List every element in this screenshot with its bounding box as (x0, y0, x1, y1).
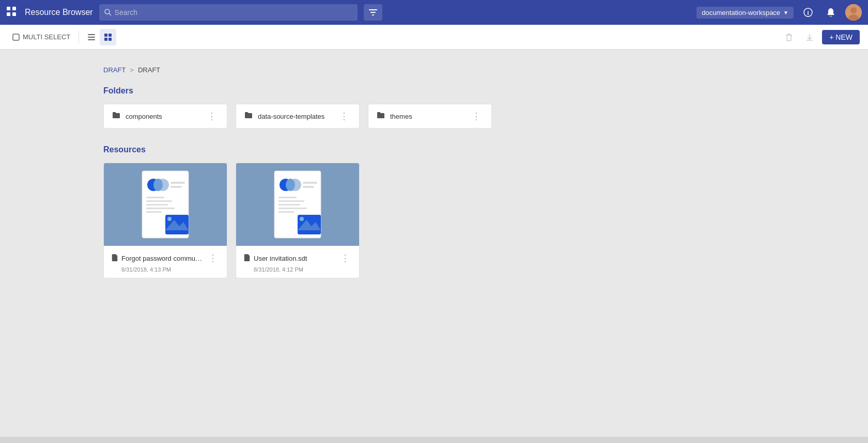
folders-title: Folders (103, 86, 868, 96)
svg-rect-44 (278, 208, 307, 209)
bottom-scrollbar[interactable] (0, 437, 868, 443)
resource-date: 8/31/2018, 4:13 PM (111, 266, 220, 273)
multiselect-button[interactable]: MULTI SELECT (8, 31, 74, 43)
resource-card[interactable]: Forgot password communicat... ⋮ 8/31/201… (103, 163, 227, 278)
avatar-image (845, 4, 862, 21)
toolbar-divider (79, 31, 79, 43)
app-title: Resource Browser (25, 8, 93, 17)
svg-rect-31 (146, 208, 175, 209)
resource-date: 8/31/2018, 4:12 PM (243, 266, 352, 273)
svg-rect-7 (370, 12, 376, 13)
svg-rect-32 (146, 211, 162, 213)
svg-rect-30 (146, 204, 168, 205)
multiselect-icon (12, 34, 20, 41)
delete-button[interactable] (781, 29, 797, 45)
grid-view-button[interactable] (100, 29, 116, 45)
notifications-button[interactable] (823, 4, 839, 21)
folder-menu-icon[interactable]: ⋮ (470, 110, 483, 122)
svg-point-47 (300, 217, 304, 221)
file-svg (243, 254, 251, 261)
search-bar[interactable] (99, 4, 358, 21)
svg-rect-2 (7, 12, 10, 16)
svg-rect-6 (369, 9, 377, 10)
resource-preview (236, 163, 359, 246)
info-button[interactable]: i (800, 4, 816, 21)
folder-svg (377, 111, 385, 119)
svg-rect-16 (88, 37, 95, 38)
folder-name: components (126, 113, 200, 120)
multiselect-label: MULTI SELECT (23, 33, 70, 41)
grid-view-icon (104, 33, 112, 41)
grid-menu-icon[interactable] (6, 6, 17, 19)
svg-rect-19 (109, 34, 112, 37)
svg-rect-18 (104, 34, 107, 37)
svg-rect-17 (88, 39, 95, 40)
file-icon (111, 254, 118, 263)
folder-icon (377, 111, 385, 121)
breadcrumb: DRAFT > DRAFT (103, 66, 868, 74)
resource-name: Forgot password communicat... (121, 255, 203, 262)
folder-svg (112, 111, 120, 119)
resource-menu-icon[interactable]: ⋮ (206, 251, 220, 265)
svg-line-5 (109, 13, 111, 15)
info-icon: i (803, 8, 813, 17)
folder-card[interactable]: data-source-templates ⋮ (236, 104, 360, 129)
svg-rect-43 (278, 204, 300, 205)
folder-card[interactable]: themes ⋮ (368, 104, 492, 129)
folder-menu-icon[interactable]: ⋮ (337, 110, 351, 122)
resource-info: User invitation.sdt ⋮ 8/31/2018, 4:12 PM (236, 246, 359, 278)
folder-name: themes (390, 113, 464, 120)
toolbar: MULTI SELECT + NEW (0, 25, 868, 50)
file-icon (243, 254, 251, 263)
folder-icon (244, 111, 253, 121)
breadcrumb-current: DRAFT (138, 66, 160, 74)
resource-name: User invitation.sdt (254, 255, 335, 262)
svg-rect-21 (109, 38, 112, 41)
download-button[interactable] (801, 29, 818, 45)
svg-rect-8 (372, 14, 374, 15)
svg-rect-42 (278, 200, 304, 202)
breadcrumb-parent[interactable]: DRAFT (103, 66, 126, 74)
svg-point-34 (167, 217, 172, 221)
breadcrumb-separator: > (130, 66, 134, 74)
filter-button[interactable] (364, 4, 382, 21)
resource-preview (104, 163, 227, 246)
svg-rect-0 (7, 7, 10, 10)
svg-rect-1 (12, 7, 16, 10)
svg-rect-41 (278, 197, 297, 198)
user-avatar[interactable] (845, 4, 862, 21)
svg-rect-40 (303, 186, 314, 188)
svg-rect-15 (88, 34, 95, 35)
list-view-icon (87, 33, 96, 41)
workspace-selector[interactable]: documentation-workspace ▼ (696, 7, 794, 19)
toolbar-right: + NEW (781, 29, 860, 45)
svg-rect-39 (303, 182, 317, 184)
search-icon (104, 9, 112, 16)
filter-icon (369, 9, 377, 16)
workspace-name: documentation-workspace (702, 9, 780, 17)
folders-section: Folders components ⋮ data-source-templat… (103, 86, 868, 129)
resource-info: Forgot password communicat... ⋮ 8/31/201… (104, 246, 227, 278)
topnav: Resource Browser documentation-workspace… (0, 0, 868, 25)
resource-card[interactable]: User invitation.sdt ⋮ 8/31/2018, 4:12 PM (236, 163, 360, 278)
new-button[interactable]: + NEW (822, 30, 860, 44)
resource-preview-svg (137, 168, 194, 241)
svg-rect-45 (278, 211, 294, 213)
svg-rect-26 (171, 182, 185, 184)
svg-rect-3 (12, 12, 16, 16)
folder-menu-icon[interactable]: ⋮ (205, 110, 219, 122)
folder-name: data-source-templates (258, 113, 332, 120)
resource-menu-icon[interactable]: ⋮ (338, 251, 352, 265)
bell-icon (826, 8, 835, 17)
resource-preview-svg (269, 168, 326, 241)
list-view-button[interactable] (83, 29, 100, 45)
folders-grid: components ⋮ data-source-templates ⋮ (103, 104, 868, 129)
svg-point-25 (153, 179, 163, 191)
folder-svg (244, 111, 253, 119)
svg-rect-28 (146, 197, 164, 198)
folder-card[interactable]: components ⋮ (103, 104, 227, 129)
search-input[interactable] (115, 8, 352, 17)
svg-text:i: i (807, 10, 809, 16)
download-icon (805, 33, 814, 42)
svg-rect-20 (104, 38, 107, 41)
